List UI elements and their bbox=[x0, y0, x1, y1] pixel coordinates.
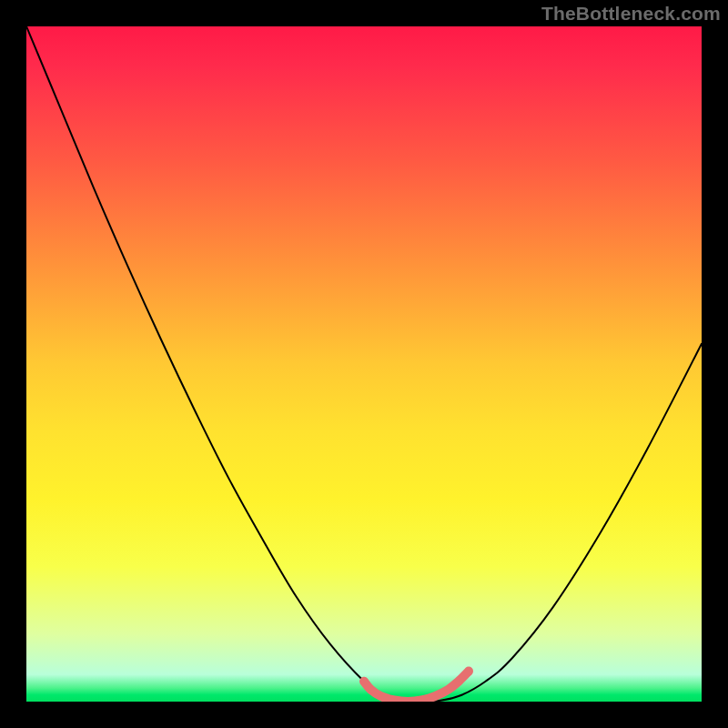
watermark-text: TheBottleneck.com bbox=[541, 3, 721, 25]
curve-layer bbox=[26, 26, 702, 702]
plot-area bbox=[26, 26, 702, 702]
chart-stage: TheBottleneck.com bbox=[0, 0, 728, 728]
bottleneck-curve bbox=[26, 26, 702, 702]
trough-marker bbox=[364, 672, 469, 702]
